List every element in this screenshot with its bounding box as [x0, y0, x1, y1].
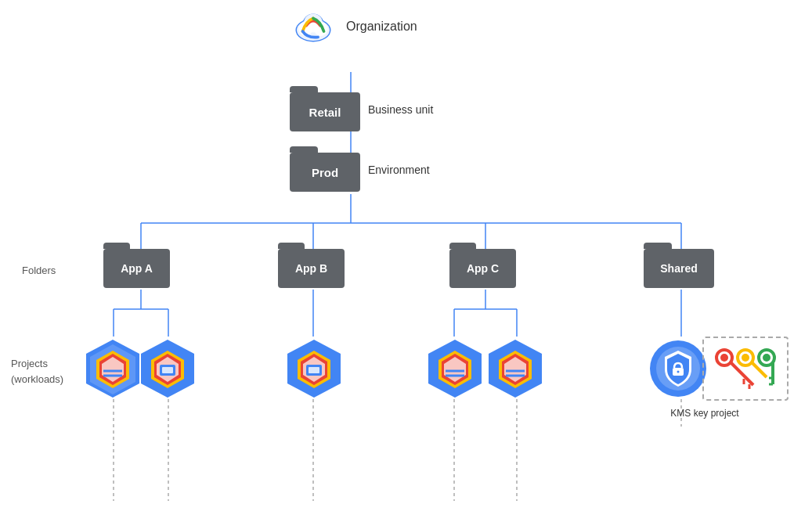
- diagram: Organization Retail Business unit Prod E…: [0, 0, 812, 522]
- gcp-project-icon-c1: [423, 337, 487, 401]
- organization-label: Organization: [346, 20, 417, 34]
- kms-project-node: [646, 337, 710, 404]
- prod-side-label: Environment: [368, 164, 430, 176]
- kms-label: KMS key project: [662, 407, 748, 420]
- shared-label: Shared: [660, 262, 697, 275]
- kms-keys-icon: [710, 344, 781, 394]
- shared-folder: Shared: [644, 249, 714, 288]
- app-b-folder: App B: [278, 249, 345, 288]
- app-b-node: App B: [278, 249, 345, 288]
- google-cloud-icon: [290, 8, 337, 45]
- organization-node: Organization: [290, 8, 417, 45]
- svg-point-76: [763, 354, 770, 362]
- prod-label: Prod: [312, 166, 338, 179]
- project-app-c-1: [423, 337, 487, 404]
- retail-node: Retail Business unit: [290, 92, 360, 131]
- app-b-label: App B: [295, 262, 327, 275]
- folders-section-label: Folders: [22, 265, 56, 276]
- app-c-node: App C: [449, 249, 516, 288]
- projects-section-label: Projects(workloads): [11, 356, 63, 387]
- shared-node: Shared: [644, 249, 714, 288]
- gcp-project-icon-chip: [135, 337, 200, 401]
- app-c-label: App C: [467, 262, 499, 275]
- kms-shield-icon: [646, 337, 710, 401]
- gcp-project-icon-b: [282, 337, 346, 401]
- kms-box: [702, 337, 789, 401]
- prod-node: Prod Environment: [290, 153, 360, 192]
- gcp-project-icon-c2: [483, 337, 547, 401]
- project-app-c-2: [483, 337, 547, 404]
- svg-point-73: [742, 354, 749, 362]
- svg-point-66: [677, 371, 680, 373]
- app-a-folder: App A: [103, 249, 170, 288]
- svg-point-68: [720, 354, 728, 362]
- app-a-node: App A: [103, 249, 170, 288]
- retail-side-label: Business unit: [368, 103, 433, 116]
- app-c-folder: App C: [449, 249, 516, 288]
- project-app-a-2: [135, 337, 200, 404]
- svg-rect-50: [309, 367, 319, 373]
- retail-folder: Retail: [290, 92, 360, 131]
- project-app-b-1: [282, 337, 346, 404]
- app-a-label: App A: [121, 262, 153, 275]
- prod-folder: Prod: [290, 153, 360, 192]
- retail-label: Retail: [309, 106, 341, 119]
- svg-rect-44: [162, 367, 173, 373]
